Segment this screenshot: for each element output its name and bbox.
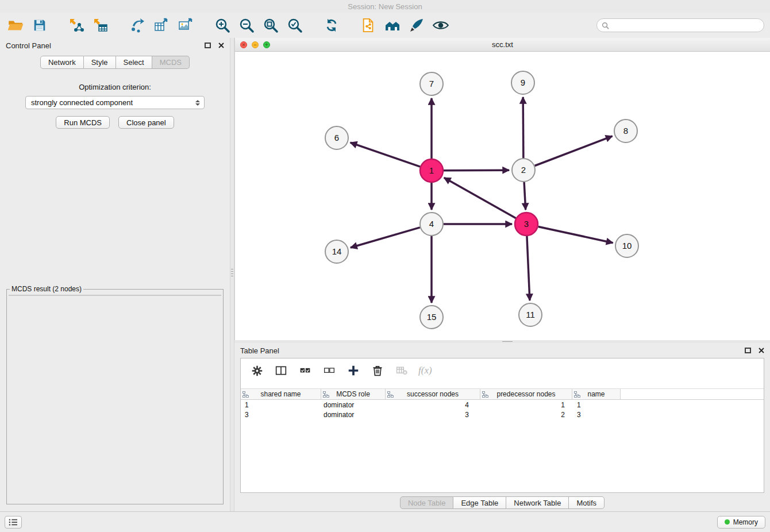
tab-network[interactable]: Network <box>40 56 84 69</box>
edge-2-3[interactable] <box>524 182 526 210</box>
edge-4-14[interactable] <box>351 228 420 248</box>
delete-column-button[interactable] <box>370 363 385 378</box>
export-table-button[interactable] <box>152 16 171 35</box>
maximize-window-button[interactable] <box>263 41 270 48</box>
node-8[interactable]: 8 <box>614 119 637 142</box>
close-panel-button[interactable]: Close panel <box>118 116 174 129</box>
zoom-fit-button[interactable] <box>261 16 280 35</box>
deselect-all-button[interactable] <box>322 363 337 378</box>
task-history-button[interactable] <box>5 516 22 529</box>
column-header-shared-name[interactable]: shared name <box>241 389 321 399</box>
float-panel-icon[interactable] <box>745 348 751 353</box>
edge-3-1[interactable] <box>444 178 516 218</box>
mcds-result-group: MCDS result (2 nodes) 13 <box>6 285 224 504</box>
open-folder-icon <box>7 17 24 34</box>
edge-3-11[interactable] <box>527 236 530 300</box>
table-cell: 2 <box>480 411 572 419</box>
node-label: 2 <box>521 165 526 175</box>
node-label: 15 <box>427 312 437 322</box>
tab-motifs[interactable]: Motifs <box>569 496 605 509</box>
mcds-result-title: MCDS result (2 nodes) <box>10 285 83 293</box>
close-panel-icon[interactable] <box>218 43 224 48</box>
edge-2-8[interactable] <box>535 136 613 166</box>
show-details-button[interactable] <box>431 16 451 35</box>
optimization-criterion-select[interactable]: strongly connected component <box>25 96 205 109</box>
run-mcds-button[interactable]: Run MCDS <box>56 116 110 129</box>
window-titlebar[interactable]: Session: New Session <box>0 0 770 13</box>
function-builder-button[interactable]: f(x) <box>418 365 432 376</box>
node-6[interactable]: 6 <box>325 126 348 149</box>
node-table-container: f(x) shared nameMCDS rolesuccessor nodes… <box>240 358 764 493</box>
node-label: 14 <box>332 246 342 256</box>
table-cell: 3 <box>241 411 321 419</box>
import-table-button[interactable] <box>91 16 110 35</box>
node-10[interactable]: 10 <box>615 234 638 257</box>
node-4[interactable]: 4 <box>420 213 443 236</box>
column-header-predecessor-nodes[interactable]: predecessor nodes <box>480 389 572 399</box>
network-canvas[interactable]: 7968124314101511 <box>235 52 770 340</box>
memory-button[interactable]: Memory <box>717 516 765 529</box>
tab-node-table[interactable]: Node Table <box>400 496 454 509</box>
share-document-button[interactable] <box>359 16 378 35</box>
tab-network-table[interactable]: Network Table <box>506 496 569 509</box>
column-type-icon <box>242 391 249 398</box>
annotation-brush-button[interactable] <box>407 16 426 35</box>
table-options-button[interactable] <box>249 363 264 378</box>
select-all-button[interactable] <box>298 363 313 378</box>
table-cell: dominator <box>321 411 386 419</box>
save-session-button[interactable] <box>30 16 49 35</box>
node-7[interactable]: 7 <box>420 72 443 95</box>
node-3[interactable]: 3 <box>515 213 538 236</box>
tab-style[interactable]: Style <box>84 56 116 69</box>
search-box[interactable] <box>596 18 764 32</box>
node-11[interactable]: 11 <box>519 303 542 326</box>
edge-3-10[interactable] <box>538 226 613 242</box>
edge-1-6[interactable] <box>351 142 421 167</box>
export-image-button[interactable] <box>176 16 195 35</box>
mcds-result-area: 13 <box>9 295 221 296</box>
table-cell: dominator <box>321 401 386 409</box>
main-toolbar <box>0 13 770 38</box>
column-type-icon <box>387 391 394 398</box>
table-row[interactable]: 3dominator323 <box>241 410 764 419</box>
node-15[interactable]: 15 <box>420 306 443 329</box>
tab-edge-table[interactable]: Edge Table <box>453 496 506 509</box>
close-panel-icon[interactable] <box>759 348 764 353</box>
float-panel-icon[interactable] <box>205 43 211 48</box>
export-network-button[interactable] <box>128 16 147 35</box>
search-input[interactable] <box>612 21 759 29</box>
close-window-button[interactable] <box>240 41 247 48</box>
apply-layout-button[interactable] <box>322 16 341 35</box>
zoom-in-button[interactable] <box>213 16 232 35</box>
node-14[interactable]: 14 <box>325 240 348 263</box>
table-cell: 3 <box>572 411 621 419</box>
tab-mcds[interactable]: MCDS <box>152 56 190 69</box>
delete-table-button[interactable] <box>394 363 409 378</box>
node-2[interactable]: 2 <box>512 159 535 182</box>
node-label: 6 <box>334 133 339 142</box>
zoom-out-button[interactable] <box>237 16 256 35</box>
add-column-button[interactable] <box>346 363 361 378</box>
node-1[interactable]: 1 <box>420 159 443 182</box>
open-session-button[interactable] <box>6 16 25 35</box>
application-window: Session: New Session <box>0 0 770 532</box>
select-stepper-icon <box>194 97 201 109</box>
column-header-mcds-role[interactable]: MCDS role <box>321 389 386 399</box>
minimize-window-button[interactable] <box>252 41 259 48</box>
column-visibility-button[interactable] <box>274 363 288 378</box>
column-header-name[interactable]: name <box>572 389 621 399</box>
tab-select[interactable]: Select <box>116 56 152 69</box>
column-header-successor-nodes[interactable]: successor nodes <box>386 389 480 399</box>
edge-1-2[interactable] <box>444 170 509 171</box>
panel-splitter-vertical[interactable] <box>230 38 234 511</box>
zoom-out-icon <box>238 17 255 33</box>
network-window-titlebar[interactable]: scc.txt <box>235 38 770 52</box>
splitter-grip-icon <box>502 341 513 342</box>
node-9[interactable]: 9 <box>511 71 534 94</box>
delete-table-icon <box>396 365 407 376</box>
network-home-button[interactable] <box>383 16 402 35</box>
table-row[interactable]: 1dominator411 <box>241 400 764 410</box>
zoom-selected-button[interactable] <box>285 16 305 35</box>
import-network-button[interactable] <box>67 16 86 35</box>
edge-2-9[interactable] <box>523 97 523 158</box>
